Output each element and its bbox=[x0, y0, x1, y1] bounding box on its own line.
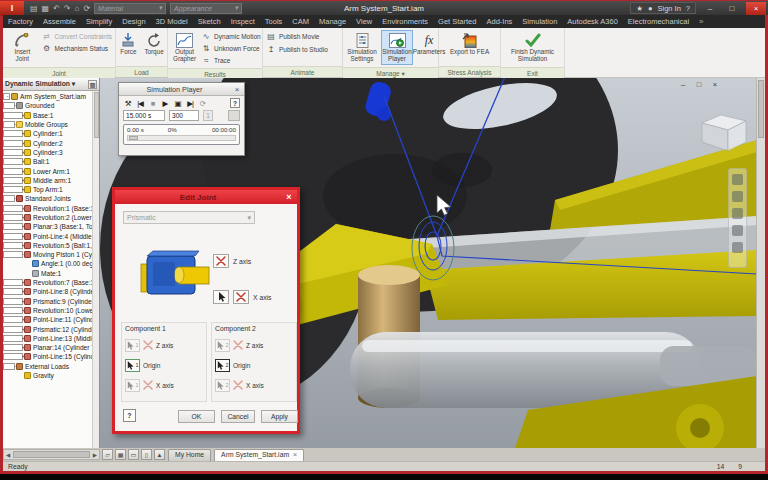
tree-expander-icon[interactable]: + bbox=[3, 214, 23, 221]
doc-minimize-icon[interactable]: – bbox=[677, 80, 689, 89]
undo-icon[interactable]: ↶ bbox=[53, 4, 60, 13]
insert-joint-button[interactable]: Insert Joint bbox=[6, 30, 39, 65]
torque-button[interactable]: Torque bbox=[142, 30, 165, 58]
cancel-button[interactable]: Cancel bbox=[221, 410, 255, 423]
publish-movie-button[interactable]: ▤ Publish Movie bbox=[266, 30, 319, 42]
simulation-time-input[interactable] bbox=[123, 110, 165, 121]
tree-item-base-1[interactable]: + Base:1 bbox=[3, 111, 92, 120]
tree-item-angle-1[interactable]: Angle:1 (0.00 deg) bbox=[3, 259, 92, 268]
tree-item-revolution-2[interactable]: + Revolution:2 (Lower Arm: bbox=[3, 213, 92, 222]
tree-item-point-line-11[interactable]: + Point-Line:11 (Cylinder Pi bbox=[3, 315, 92, 324]
look-at-icon[interactable] bbox=[732, 242, 743, 253]
z-axis-pick-button[interactable] bbox=[213, 254, 229, 268]
viewport-vertical-scrollbar[interactable] bbox=[756, 78, 765, 448]
ribbon-tab[interactable]: Design bbox=[117, 15, 150, 28]
x-axis-pick-button[interactable] bbox=[233, 290, 249, 304]
home-icon[interactable]: ⌂ bbox=[75, 4, 80, 13]
tree-expander-icon[interactable]: + bbox=[3, 158, 23, 165]
output-grapher-button[interactable]: Output Grapher bbox=[171, 30, 198, 65]
doc-restore-icon[interactable]: □ bbox=[693, 80, 705, 89]
tree-item-revolution-7[interactable]: + Revolution:7 (Base:1, Cyl bbox=[3, 278, 92, 287]
panel-label-manage[interactable]: Manage ▾ bbox=[343, 67, 438, 78]
minimize-button[interactable]: – bbox=[702, 2, 718, 15]
tree-item-middle-arm-1[interactable]: + Middle arm:1 bbox=[3, 176, 92, 185]
simulation-images-input[interactable] bbox=[169, 110, 199, 121]
tree-expander-icon[interactable]: - bbox=[3, 363, 15, 370]
publish-to-studio-button[interactable]: ↥ Publish to Studio bbox=[266, 43, 328, 55]
ok-button[interactable]: OK bbox=[178, 410, 215, 423]
arrange-tile-icon[interactable]: ▦ bbox=[115, 449, 126, 460]
update-icon[interactable]: ⟳ bbox=[83, 4, 90, 13]
tree-expander-icon[interactable]: + bbox=[3, 288, 23, 295]
save-icon[interactable]: ▦ bbox=[42, 4, 50, 13]
mechanism-status-button[interactable]: ⚙ Mechanism Status bbox=[42, 42, 112, 54]
tree-expander-icon[interactable]: + bbox=[3, 242, 23, 249]
comp2-z-axis-button[interactable]: 2 bbox=[215, 339, 230, 352]
tree-expander-icon[interactable]: - bbox=[3, 195, 15, 202]
tree-expander-icon[interactable]: - bbox=[3, 121, 15, 128]
tree-item-point-line-8[interactable]: + Point-Line:8 (Cylinder Pist bbox=[3, 287, 92, 296]
tree-expander-icon[interactable]: + bbox=[3, 316, 23, 323]
orbit-icon[interactable] bbox=[732, 225, 743, 236]
comp2-x-axis-button[interactable]: 2 bbox=[215, 379, 230, 392]
trace-button[interactable]: ≈ Trace bbox=[201, 54, 261, 66]
tree-item-ball-1[interactable]: + Ball:1 bbox=[3, 157, 92, 166]
dynamic-motion-button[interactable]: ∿ Dynamic Motion bbox=[201, 30, 261, 42]
tree-item-external-loads[interactable]: - External Loads bbox=[3, 362, 92, 371]
force-button[interactable]: Force bbox=[117, 30, 139, 58]
tree-item-gravity[interactable]: Gravity bbox=[3, 371, 92, 380]
tab-close-icon[interactable]: × bbox=[293, 449, 297, 461]
tree-item-planar-3[interactable]: + Planar:3 (Base:1, Top Ar bbox=[3, 222, 92, 231]
ribbon-tab[interactable]: Assemble bbox=[38, 15, 81, 28]
ribbon-tab[interactable]: CAM bbox=[287, 15, 314, 28]
ribbon-tab[interactable]: Simplify bbox=[81, 15, 117, 28]
tree-item-point-line-13[interactable]: + Point-Line:13 (Middle arm bbox=[3, 334, 92, 343]
tree-expander-icon[interactable]: + bbox=[3, 205, 23, 212]
tree-expander-icon[interactable]: + bbox=[3, 326, 23, 333]
tree-expander-icon[interactable]: + bbox=[3, 223, 23, 230]
tree-item-lower-arm-1[interactable]: + Lower Arm:1 bbox=[3, 166, 92, 175]
simulation-settings-button[interactable]: Simulation Settings bbox=[346, 30, 378, 65]
tree-item-mate-1[interactable]: Mate:1 bbox=[3, 269, 92, 278]
ribbon-tab[interactable]: Tools bbox=[260, 15, 288, 28]
tree-expander-icon[interactable]: + bbox=[3, 140, 23, 147]
ribbon-tab[interactable]: 3D Model bbox=[151, 15, 193, 28]
tree-item-prismatic-9[interactable]: + Prismatic:9 (Cylinder Pist bbox=[3, 297, 92, 306]
star-icon[interactable]: ★ bbox=[636, 4, 643, 13]
tree-item-point-line-15[interactable]: + Point-Line:15 (Cylinder Pi bbox=[3, 352, 92, 361]
tree-expander-icon[interactable]: + bbox=[3, 149, 23, 156]
tree-item-point-line-4[interactable]: + Point-Line:4 (Middle arm bbox=[3, 231, 92, 240]
tree-item-revolution-5[interactable]: + Revolution:5 (Ball:1, Top bbox=[3, 241, 92, 250]
ribbon-tab[interactable]: Autodesk A360 bbox=[562, 15, 622, 28]
tree-expander-icon[interactable]: - bbox=[3, 102, 15, 109]
tree-item-revolution-1[interactable]: + Revolution:1 (Base:1, Lo bbox=[3, 204, 92, 213]
browser-vertical-scrollbar[interactable] bbox=[92, 91, 99, 448]
tree-item-planar-14[interactable]: + Planar:14 (Cylinder Tube bbox=[3, 343, 92, 352]
inventor-logo-icon[interactable]: I bbox=[0, 1, 24, 16]
simulation-player-button[interactable]: Simulation Player bbox=[381, 30, 413, 65]
arrange-vertical-icon[interactable]: ▯ bbox=[141, 449, 152, 460]
open-icon[interactable]: ▤ bbox=[30, 4, 38, 13]
scroll-left-icon[interactable]: ◀ bbox=[4, 452, 12, 458]
tree-expander-icon[interactable]: + bbox=[3, 353, 23, 360]
close-button[interactable]: × bbox=[746, 2, 766, 15]
ribbon-tab[interactable]: Inspect bbox=[226, 15, 260, 28]
pan-icon[interactable] bbox=[732, 191, 743, 202]
comp1-x-axis-button[interactable]: 1 bbox=[125, 379, 140, 392]
apply-button[interactable]: Apply bbox=[261, 410, 298, 423]
tree-expander-icon[interactable]: + bbox=[3, 168, 23, 175]
ribbon-tab[interactable]: Sketch bbox=[193, 15, 226, 28]
tree-item-assembly-root[interactable]: - Arm System_Start.iam bbox=[3, 92, 92, 101]
unknown-force-button[interactable]: ⇅ Unknown Force bbox=[201, 42, 261, 54]
ribbon-tab[interactable]: View bbox=[351, 15, 377, 28]
ribbon-tab[interactable]: Get Started bbox=[433, 15, 481, 28]
tree-item-cylinder-2[interactable]: + Cylinder:2 bbox=[3, 138, 92, 147]
tree-expander-icon[interactable]: + bbox=[3, 186, 23, 193]
timeline-thumb[interactable] bbox=[129, 136, 138, 140]
tree-expander-icon[interactable]: + bbox=[3, 177, 23, 184]
ribbon-tab[interactable]: Add-Ins bbox=[481, 15, 517, 28]
simulation-player-help-icon[interactable]: ? bbox=[230, 98, 240, 108]
edit-joint-help-icon[interactable]: ? bbox=[123, 409, 136, 422]
browser-horizontal-scrollbar[interactable]: ◀ ▶ bbox=[3, 449, 100, 460]
scroll-right-icon[interactable]: ▶ bbox=[91, 452, 99, 458]
